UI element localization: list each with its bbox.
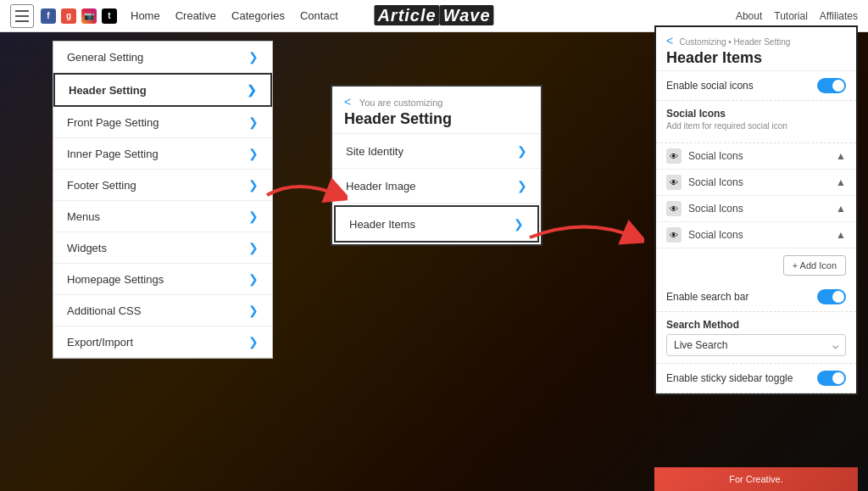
dropdown-chevron-icon: ⌵ xyxy=(832,339,838,351)
nav-tutorial[interactable]: Tutorial xyxy=(774,10,808,22)
panel-left: General Setting ❯ Header Setting ❯ Front… xyxy=(53,41,273,359)
hamburger-button[interactable] xyxy=(10,4,34,28)
menu-item-front-page[interactable]: Front Page Setting ❯ xyxy=(53,107,272,138)
enable-sticky-row: Enable sticky sidebar toggle xyxy=(656,364,856,393)
tiktok-icon[interactable]: t xyxy=(102,8,117,24)
social-icon-row-1[interactable]: 👁 Social Icons ▲ xyxy=(656,143,856,170)
middle-back-button[interactable]: < xyxy=(344,95,351,109)
navbar-social-icons: f g 📷 t xyxy=(41,8,117,24)
menu-item-header-setting[interactable]: Header Setting ❯ xyxy=(53,73,272,107)
social-icons-title: Social Icons xyxy=(666,108,846,120)
arrow-icon: ❯ xyxy=(517,179,527,192)
search-method-title: Search Method xyxy=(666,319,846,331)
enable-social-toggle[interactable] xyxy=(817,78,846,93)
arrow-icon: ❯ xyxy=(248,147,259,160)
social-icon-row-3[interactable]: 👁 Social Icons ▲ xyxy=(656,196,856,222)
eye-icon-4[interactable]: 👁 xyxy=(666,227,682,243)
social-icon-row-4[interactable]: 👁 Social Icons ▲ xyxy=(656,222,856,248)
arrow-icon: ❯ xyxy=(247,83,257,97)
arrow-icon: ❯ xyxy=(248,178,259,192)
panel-item-header-image[interactable]: Header Image ❯ xyxy=(332,169,541,204)
menu-item-general[interactable]: General Setting ❯ xyxy=(53,42,272,73)
arrow-icon: ❯ xyxy=(248,115,259,129)
social-icon-row-2[interactable]: 👁 Social Icons ▲ xyxy=(656,170,856,196)
social-icon-label-4: Social Icons xyxy=(688,229,836,241)
eye-icon-3[interactable]: 👁 xyxy=(666,201,682,216)
chevron-icon-4[interactable]: ▲ xyxy=(836,229,846,241)
enable-social-row: Enable social icons xyxy=(656,71,856,101)
eye-icon-1[interactable]: 👁 xyxy=(666,148,682,164)
eye-icon-2[interactable]: 👁 xyxy=(666,175,682,190)
search-method-value: Live Search xyxy=(674,339,727,351)
nav-creative[interactable]: Creative xyxy=(175,9,216,22)
arrow-icon: ❯ xyxy=(248,304,259,317)
nav-home[interactable]: Home xyxy=(131,9,160,22)
arrow-icon: ❯ xyxy=(517,144,527,158)
right-back-button[interactable]: < xyxy=(666,34,673,47)
add-icon-button[interactable]: + Add Icon xyxy=(783,255,846,276)
right-panel-title: Header Items xyxy=(666,49,846,67)
instagram-icon[interactable]: 📷 xyxy=(81,8,97,24)
search-method-section: Search Method Live Search ⌵ xyxy=(656,312,856,364)
panel-middle-header: < You are customizing Header Setting xyxy=(332,86,541,134)
navbar-nav: Home Creative Categories Contact xyxy=(131,9,338,22)
menu-item-export-import[interactable]: Export/Import ❯ xyxy=(53,326,272,358)
middle-panel-title: Header Setting xyxy=(344,110,529,128)
enable-search-label: Enable search bar xyxy=(666,291,748,303)
enable-social-label: Enable social icons xyxy=(666,80,754,92)
menu-item-additional-css[interactable]: Additional CSS ❯ xyxy=(53,295,272,326)
panel-middle: < You are customizing Header Setting Sit… xyxy=(331,85,542,246)
nav-contact[interactable]: Contact xyxy=(300,9,338,22)
nav-about[interactable]: About xyxy=(736,10,762,22)
social-icon-label-2: Social Icons xyxy=(688,176,836,188)
chevron-icon-1[interactable]: ▲ xyxy=(836,150,846,162)
menu-item-menus[interactable]: Menus ❯ xyxy=(53,201,272,232)
social-icon-label-3: Social Icons xyxy=(688,203,836,215)
social-icons-section: Social Icons Add item for required socia… xyxy=(656,101,856,143)
enable-search-toggle[interactable] xyxy=(817,289,846,304)
menu-item-inner-page[interactable]: Inner Page Setting ❯ xyxy=(53,138,272,170)
brand-suffix: Wave xyxy=(440,5,494,25)
bottom-bar-text: For Creative. xyxy=(729,474,783,484)
enable-search-row: Enable search bar xyxy=(656,282,856,312)
arrow-icon: ❯ xyxy=(248,335,259,349)
brand-logo: ArticleWave xyxy=(374,6,493,25)
arrow-icon: ❯ xyxy=(248,50,259,64)
search-method-dropdown[interactable]: Live Search ⌵ xyxy=(666,334,846,356)
social-icon-label-1: Social Icons xyxy=(688,150,836,162)
panel-item-header-items[interactable]: Header Items ❯ xyxy=(334,205,539,243)
bottom-bar: For Creative. xyxy=(654,467,858,491)
nav-affiliates[interactable]: Affiliates xyxy=(820,10,858,22)
panel-right: < Customizing • Header Setting Header It… xyxy=(654,25,858,395)
chevron-icon-3[interactable]: ▲ xyxy=(836,203,846,215)
nav-categories[interactable]: Categories xyxy=(231,9,285,22)
menu-item-widgets[interactable]: Widgets ❯ xyxy=(53,232,272,264)
menu-item-homepage[interactable]: Homepage Settings ❯ xyxy=(53,264,272,295)
right-breadcrumb: Customizing • Header Setting xyxy=(680,37,791,47)
enable-sticky-toggle[interactable] xyxy=(817,371,846,386)
google-icon[interactable]: g xyxy=(61,8,76,24)
arrow-icon: ❯ xyxy=(248,272,259,286)
navbar-right-links: About Tutorial Affiliates xyxy=(736,10,858,22)
panel-right-header: < Customizing • Header Setting Header It… xyxy=(656,27,856,71)
arrow-icon: ❯ xyxy=(248,209,259,223)
enable-sticky-label: Enable sticky sidebar toggle xyxy=(666,372,793,384)
arrow-icon: ❯ xyxy=(514,217,524,231)
panel-item-site-identity[interactable]: Site Identity ❯ xyxy=(332,134,541,169)
arrow-icon: ❯ xyxy=(248,241,259,254)
add-icon-row: + Add Icon xyxy=(656,248,856,282)
menu-item-footer[interactable]: Footer Setting ❯ xyxy=(53,170,272,201)
middle-breadcrumb: You are customizing xyxy=(359,98,443,108)
social-icons-sub: Add item for required social icon xyxy=(666,121,846,131)
chevron-icon-2[interactable]: ▲ xyxy=(836,176,846,188)
facebook-icon[interactable]: f xyxy=(41,8,56,24)
